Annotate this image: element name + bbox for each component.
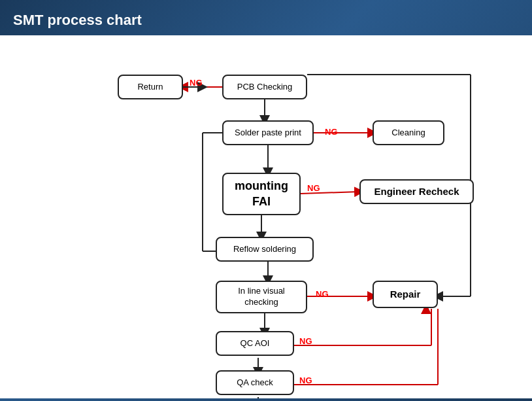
- node-return: Return: [118, 75, 183, 99]
- node-repair: Repair: [373, 281, 438, 308]
- chart-area: Return PCB Checking Solder paste print C…: [0, 35, 532, 398]
- node-engineer-recheck: Engineer Recheck: [359, 179, 474, 204]
- ng-label-2: NG: [325, 127, 338, 137]
- ng-label-6: NG: [299, 375, 312, 385]
- node-mounting-fai: mountingFAI: [222, 173, 301, 215]
- title: SMT process chart: [0, 0, 532, 35]
- node-inline-visual: In line visualchecking: [216, 281, 307, 313]
- ng-label-4: NG: [316, 289, 329, 299]
- node-qa-check: QA check: [216, 370, 294, 395]
- node-pcb-checking: PCB Checking: [222, 75, 307, 99]
- node-qc-aoi: QC AOI: [216, 331, 294, 356]
- node-reflow: Reflow soldering: [216, 237, 314, 262]
- node-solder-paste: Solder paste print: [222, 120, 314, 145]
- ng-label-1: NG: [190, 78, 203, 88]
- ng-label-3: NG: [307, 183, 320, 193]
- ng-label-5: NG: [299, 336, 312, 346]
- node-cleaning: Cleaning: [373, 120, 444, 145]
